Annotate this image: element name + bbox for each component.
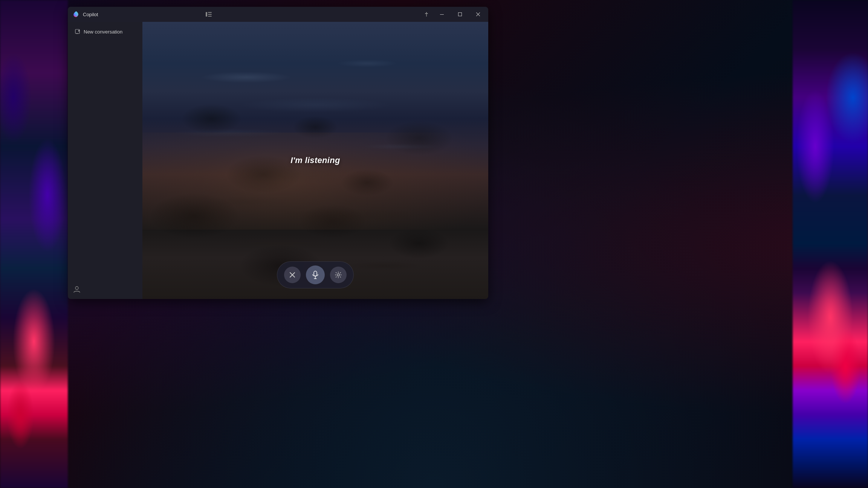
desktop-swirl-left-overlay [0,0,68,488]
copilot-logo [72,11,80,18]
listening-status-text: I'm listening [290,156,340,165]
profile-button[interactable] [71,283,83,295]
app-title: Copilot [83,12,98,17]
stop-listening-button[interactable] [284,267,301,283]
title-bar: Copilot [68,7,488,22]
desktop-swirl-right-overlay [793,0,868,488]
title-bar-left: Copilot [68,11,98,18]
pin-button[interactable] [420,8,432,20]
sidebar: New conversation [68,22,142,299]
voice-control-bar [277,261,354,288]
sidebar-toggle-button[interactable] [203,10,214,19]
microphone-button[interactable] [306,265,325,284]
sidebar-bottom [68,283,142,295]
app-window: Copilot [68,7,488,299]
main-area: I'm listening [142,22,488,299]
maximize-button[interactable] [451,8,469,20]
new-conversation-button[interactable]: New conversation [71,26,139,38]
title-bar-right [420,8,488,20]
svg-rect-10 [208,16,212,17]
new-conversation-icon [75,29,81,35]
close-button[interactable] [469,8,487,20]
svg-rect-3 [440,14,444,15]
new-conversation-label: New conversation [84,29,122,35]
svg-point-19 [337,274,339,276]
svg-rect-4 [458,13,462,16]
svg-rect-1 [425,13,428,14]
svg-rect-7 [206,12,207,17]
svg-rect-8 [208,12,212,13]
svg-point-13 [75,287,78,290]
voice-settings-button[interactable] [330,267,347,283]
svg-rect-9 [208,14,212,15]
svg-rect-16 [314,271,317,276]
water-warm-reflection [142,133,488,230]
minimize-button[interactable] [433,8,451,20]
